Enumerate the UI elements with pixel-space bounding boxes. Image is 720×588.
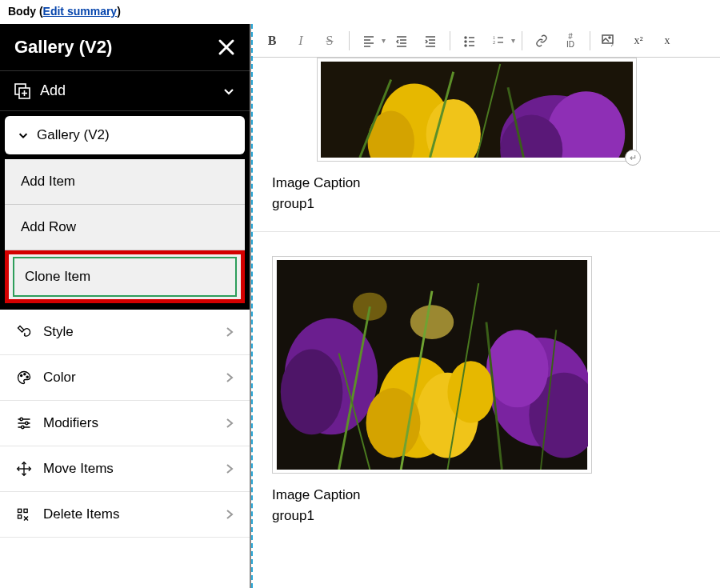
add-button[interactable]: Add — [0, 70, 250, 111]
gallery-item[interactable]: ↵ Image Caption group1 — [253, 58, 720, 232]
svg-rect-19 — [24, 509, 27, 512]
color-icon — [16, 370, 32, 386]
chevron-right-icon — [226, 372, 234, 383]
chevron-right-icon — [226, 463, 234, 474]
image-frame[interactable]: ↵ — [317, 58, 637, 162]
toolbar-separator — [349, 31, 350, 50]
image-group[interactable]: group1 — [272, 508, 701, 524]
svg-point-7 — [24, 374, 26, 375]
flower-image — [321, 62, 633, 158]
close-icon[interactable] — [218, 38, 235, 56]
align-button[interactable] — [356, 28, 382, 54]
svg-point-36 — [465, 41, 466, 42]
option-list: Style Color — [0, 310, 250, 588]
add-item-action[interactable]: Add Item — [5, 159, 245, 205]
delete-items-option[interactable]: Delete Items — [0, 492, 250, 538]
media-button[interactable]: ♪ — [597, 28, 622, 54]
editor-toolbar: B I S ▾ 12 ▾ — [253, 24, 720, 58]
toolbar-separator — [522, 31, 522, 50]
modifiers-option[interactable]: Modifiers — [0, 401, 250, 446]
toolbar-separator — [590, 31, 590, 50]
section-label: Gallery (V2) — [37, 127, 110, 143]
move-items-option[interactable]: Move Items — [0, 446, 250, 492]
svg-text:♪: ♪ — [610, 41, 614, 47]
svg-point-6 — [21, 374, 22, 376]
svg-point-68 — [410, 305, 454, 339]
svg-point-63 — [486, 330, 549, 407]
add-row-action[interactable]: Add Row — [5, 205, 245, 250]
svg-point-60 — [281, 350, 343, 435]
bold-button[interactable]: B — [259, 28, 285, 54]
svg-point-38 — [465, 45, 466, 46]
chevron-right-icon — [226, 418, 234, 429]
style-option[interactable]: Style — [0, 310, 250, 355]
svg-point-12 — [26, 422, 28, 424]
color-option[interactable]: Color — [0, 355, 250, 401]
anchor-id-button[interactable]: # ID — [558, 28, 583, 54]
chevron-down-icon — [222, 85, 235, 98]
chevron-down-icon[interactable]: ▾ — [511, 36, 515, 45]
superscript-button[interactable]: x² — [626, 28, 651, 54]
gallery-item[interactable]: Image Caption group1 — [253, 232, 720, 543]
chevron-down-icon[interactable]: ▾ — [382, 36, 386, 45]
move-icon — [16, 461, 32, 477]
image-frame[interactable] — [272, 256, 592, 474]
italic-button[interactable]: I — [288, 28, 314, 54]
chevron-right-icon — [226, 509, 234, 520]
subscript-button[interactable]: x — [654, 28, 680, 54]
chevron-down-icon — [18, 130, 29, 141]
strikethrough-button[interactable]: S — [317, 28, 342, 54]
link-button[interactable] — [529, 28, 554, 54]
svg-point-45 — [609, 37, 610, 38]
indent-button[interactable] — [418, 28, 443, 54]
outdent-button[interactable] — [389, 28, 414, 54]
chevron-right-icon — [226, 326, 234, 338]
svg-text:2: 2 — [493, 40, 495, 45]
svg-point-34 — [465, 37, 466, 38]
image-group[interactable]: group1 — [272, 196, 701, 212]
svg-point-8 — [26, 376, 28, 378]
image-caption[interactable]: Image Caption — [272, 175, 701, 191]
action-list: Add Item Add Row Clone Item — [0, 159, 250, 310]
modifiers-icon — [16, 415, 32, 431]
content-area[interactable]: ↵ Image Caption group1 — [253, 58, 720, 588]
svg-rect-18 — [18, 515, 22, 518]
panel-header: Gallery (V2) — [0, 24, 250, 70]
clone-item-action[interactable]: Clone Item — [5, 250, 245, 303]
panel-title: Gallery (V2) — [14, 37, 112, 58]
svg-point-10 — [20, 418, 22, 420]
add-icon — [14, 83, 30, 99]
delete-icon — [16, 506, 32, 522]
numbered-list-button[interactable]: 12 — [486, 28, 511, 54]
edit-summary-link[interactable]: Edit summary — [43, 5, 118, 18]
editor-area: B I S ▾ 12 ▾ — [251, 24, 720, 588]
toolbar-separator — [450, 31, 450, 50]
svg-rect-17 — [18, 509, 22, 512]
gallery-sidebar: Gallery (V2) Add Gallery (V2) — [0, 24, 251, 588]
bullet-list-button[interactable] — [457, 28, 482, 54]
flower-image — [276, 260, 588, 470]
svg-point-14 — [22, 426, 24, 428]
image-caption[interactable]: Image Caption — [272, 487, 701, 503]
style-icon — [16, 324, 32, 340]
resize-handle-icon[interactable]: ↵ — [625, 150, 641, 166]
section-header[interactable]: Gallery (V2) — [5, 116, 245, 154]
add-label: Add — [40, 82, 66, 99]
svg-point-67 — [447, 361, 494, 423]
body-label: Body (Edit summary) — [0, 0, 720, 24]
